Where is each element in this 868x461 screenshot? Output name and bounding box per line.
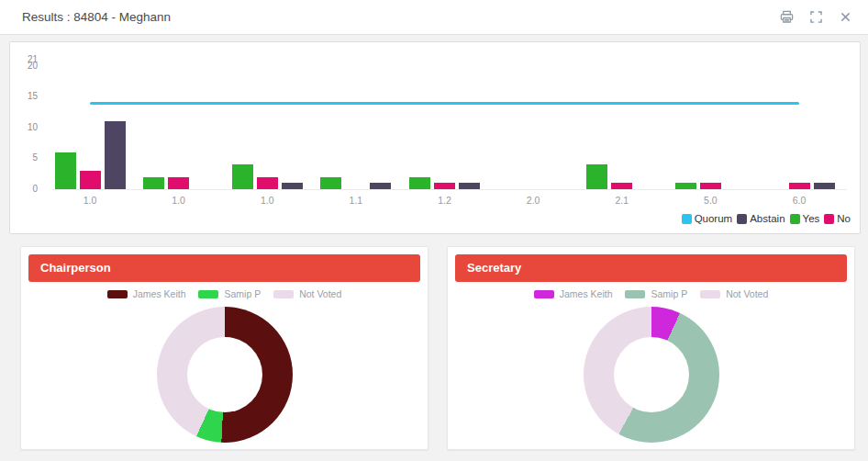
donut-hole <box>614 337 689 412</box>
window-toolbar <box>778 9 868 26</box>
bar-chart-plot: 05101520211.01.01.01.11.22.02.15.06.0 <box>10 42 860 233</box>
legend-swatch <box>534 290 554 298</box>
legend-item-not-voted[interactable]: Not Voted <box>700 288 768 299</box>
fullscreen-icon[interactable] <box>807 9 824 26</box>
y-axis-tick-label: 15 <box>10 92 38 101</box>
bar-yes <box>55 152 76 189</box>
x-axis-label: 1.1 <box>328 195 384 206</box>
chairperson-panel-title: Chairperson <box>28 254 420 282</box>
legend-swatch <box>700 290 720 298</box>
legend-label: No <box>837 213 851 224</box>
y-axis-tick-label: 0 <box>10 185 38 194</box>
bar-no <box>611 183 632 189</box>
legend-label: Samip P <box>651 288 687 299</box>
y-axis-tick-label: 21 <box>10 55 38 64</box>
bar-yes <box>409 177 430 189</box>
quorum-line <box>90 102 799 105</box>
bar-no <box>789 183 810 189</box>
x-axis-label: 5.0 <box>683 195 738 206</box>
secretary-donut-legend: James KeithSamip PNot Voted <box>448 288 854 299</box>
chairperson-donut-legend: James KeithSamip PNot Voted <box>21 288 428 299</box>
legend-label: Abstain <box>750 213 785 224</box>
x-axis-label: 1.0 <box>62 195 117 206</box>
legend-swatch-yes <box>790 214 800 224</box>
x-axis-label: 2.1 <box>595 195 650 206</box>
close-icon[interactable] <box>837 9 853 26</box>
legend-label: Not Voted <box>299 288 341 299</box>
x-axis-label: 1.0 <box>151 195 206 206</box>
bar-yes <box>232 164 253 189</box>
chairperson-panel: Chairperson James KeithSamip PNot Voted <box>20 246 428 450</box>
x-axis-label: 1.2 <box>417 195 473 206</box>
x-axis-label: 2.0 <box>506 195 561 206</box>
bar-yes <box>586 164 607 189</box>
legend-swatch-abstain <box>737 214 747 224</box>
legend-item-james-keith[interactable]: James Keith <box>107 288 186 299</box>
bar-abstain <box>282 183 303 189</box>
x-axis-label: 1.0 <box>239 195 295 206</box>
votes-bar-chart-card: 05101520211.01.01.01.11.22.02.15.06.0 Qu… <box>9 41 861 234</box>
bar-no <box>80 171 101 189</box>
y-axis-tick-label: 5 <box>10 153 38 163</box>
legend-item-abstain[interactable]: Abstain <box>737 213 785 224</box>
legend-item-no[interactable]: No <box>824 213 851 224</box>
secretary-panel-title: Secretary <box>455 254 847 282</box>
print-icon[interactable] <box>778 9 795 26</box>
legend-item-james-keith[interactable]: James Keith <box>534 288 613 299</box>
bar-abstain <box>370 183 391 189</box>
bar-no <box>257 177 278 189</box>
legend-item-not-voted[interactable]: Not Voted <box>273 288 341 299</box>
bar-abstain <box>459 183 480 189</box>
x-axis-line <box>52 189 847 190</box>
bar-no <box>700 183 721 189</box>
secretary-donut-chart <box>584 307 719 443</box>
legend-item-yes[interactable]: Yes <box>790 213 820 224</box>
legend-swatch <box>273 290 294 298</box>
window-header: Results : 84804 - Meghann <box>0 0 868 35</box>
legend-swatch <box>625 290 645 298</box>
donut-hole <box>187 337 262 412</box>
legend-item-samip-p[interactable]: Samip P <box>625 288 687 299</box>
legend-label: Quorum <box>695 213 733 224</box>
legend-label: Yes <box>803 213 820 224</box>
x-axis-label: 6.0 <box>772 195 827 206</box>
legend-swatch-no <box>824 214 834 224</box>
bar-abstain <box>814 183 835 189</box>
legend-swatch-quorum <box>682 214 692 224</box>
y-axis-tick-label: 10 <box>10 123 38 132</box>
chairperson-donut-chart <box>157 307 293 443</box>
page-title: Results : 84804 - Meghann <box>0 10 171 24</box>
legend-label: James Keith <box>560 288 613 299</box>
legend-label: Not Voted <box>726 288 768 299</box>
legend-swatch <box>107 290 128 298</box>
bar-yes <box>143 177 164 189</box>
legend-item-samip-p[interactable]: Samip P <box>198 288 261 299</box>
bar-yes <box>320 177 341 189</box>
bar-yes <box>675 183 696 189</box>
bar-no <box>168 177 189 189</box>
secretary-panel: Secretary James KeithSamip PNot Voted <box>447 246 855 450</box>
legend-label: James Keith <box>133 288 186 299</box>
legend-label: Samip P <box>224 288 261 299</box>
legend-item-quorum[interactable]: Quorum <box>682 213 733 224</box>
bar-no <box>434 183 455 189</box>
bar-abstain <box>105 121 126 189</box>
bar-chart-legend: QuorumAbstainYesNo <box>682 213 851 224</box>
legend-swatch <box>198 290 218 298</box>
